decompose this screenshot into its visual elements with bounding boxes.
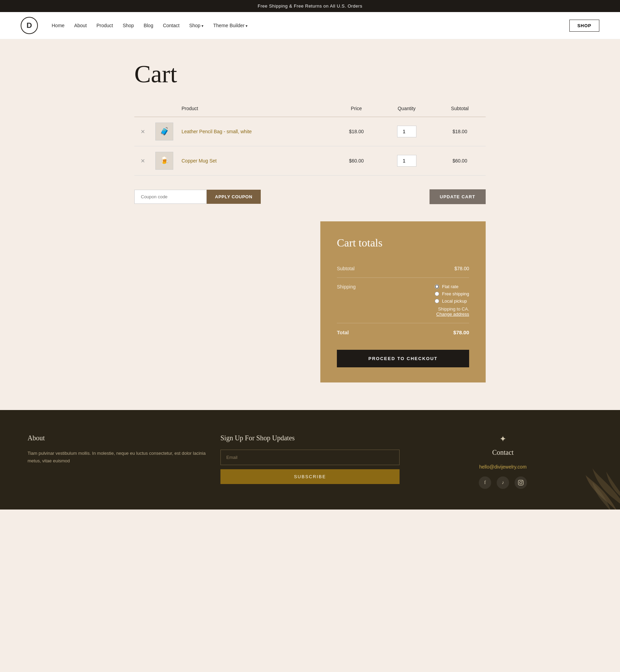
remove-item-button[interactable]: ✕ — [138, 128, 147, 135]
table-row: ✕ 🧳 Leather Pencil Bag - small, white $1… — [134, 117, 486, 146]
nav-home[interactable]: Home — [52, 23, 64, 28]
coupon-input[interactable] — [134, 190, 207, 204]
change-address-link[interactable]: Change address — [436, 312, 469, 317]
subscribe-button[interactable]: SUBSCRIBE — [220, 469, 400, 484]
subtotal-row: Subtotal $78.00 — [337, 260, 469, 278]
remove-item-button[interactable]: ✕ — [138, 158, 147, 164]
cart-table: Product Price Quantity Subtotal ✕ 🧳 Leat… — [134, 102, 486, 176]
product-subtotal: $60.00 — [434, 146, 486, 176]
quantity-input[interactable] — [397, 126, 416, 137]
shipping-row: Shipping Flat rate Free shipping — [337, 278, 469, 323]
coupon-area: APPLY COUPON — [134, 190, 261, 204]
cart-totals-box: Cart totals Subtotal $78.00 Shipping Fla… — [320, 221, 486, 382]
product-subtotal: $18.00 — [434, 117, 486, 146]
total-label: Total — [337, 329, 349, 335]
palm-decoration — [558, 448, 620, 510]
footer-newsletter: Sign Up For Shop Updates SUBSCRIBE — [220, 434, 400, 489]
product-price: $18.00 — [333, 117, 379, 146]
shipping-address: Shipping to CA. Change address — [435, 306, 469, 317]
quantity-cell — [379, 146, 434, 176]
col-image — [151, 102, 177, 117]
footer-email-input[interactable] — [220, 450, 400, 465]
product-thumbnail: 🧳 — [155, 123, 173, 140]
shipping-local[interactable]: Local pickup — [435, 298, 469, 304]
footer-newsletter-title: Sign Up For Shop Updates — [220, 434, 400, 442]
apply-coupon-button[interactable]: APPLY COUPON — [207, 190, 261, 204]
nav-shop-dropdown[interactable]: Shop — [189, 23, 204, 28]
shipping-local-radio[interactable] — [435, 299, 439, 303]
product-name: Copper Mug Set — [182, 158, 217, 164]
footer: About Tiam pulvinar vestibulum mollis. I… — [0, 410, 620, 510]
quantity-cell — [379, 117, 434, 146]
subtotal-value: $78.00 — [454, 266, 469, 271]
shipping-flat-rate[interactable]: Flat rate — [435, 284, 469, 289]
nav-blog[interactable]: Blog — [144, 23, 153, 28]
quantity-input[interactable] — [397, 155, 416, 167]
shipping-free-radio[interactable] — [435, 292, 439, 296]
instagram-icon[interactable] — [515, 476, 527, 489]
banner-text: Free Shipping & Free Returns on All U.S.… — [258, 3, 362, 9]
nav: Home About Product Shop Blog Contact Sho… — [52, 23, 569, 28]
diamond-icon: ✦ — [413, 434, 592, 444]
facebook-icon[interactable]: f — [479, 476, 491, 489]
cart-totals-title: Cart totals — [337, 237, 469, 249]
nav-shop[interactable]: Shop — [123, 23, 134, 28]
product-price: $60.00 — [333, 146, 379, 176]
footer-about-title: About — [28, 434, 207, 442]
nav-about[interactable]: About — [74, 23, 87, 28]
product-thumbnail: 🍺 — [155, 152, 173, 170]
header: D Home About Product Shop Blog Contact S… — [0, 12, 620, 39]
main-content: Cart Product Price Quantity Subtotal ✕ 🧳… — [121, 39, 499, 410]
nav-product[interactable]: Product — [96, 23, 113, 28]
footer-about: About Tiam pulvinar vestibulum mollis. I… — [28, 434, 207, 489]
proceed-checkout-button[interactable]: PROCEED TO CHECKOUT — [337, 350, 469, 367]
col-price-header: Price — [333, 102, 379, 117]
shipping-free[interactable]: Free shipping — [435, 291, 469, 296]
product-name: Leather Pencil Bag - small, white — [182, 129, 252, 134]
cart-totals-wrapper: Cart totals Subtotal $78.00 Shipping Fla… — [134, 221, 486, 382]
table-row: ✕ 🍺 Copper Mug Set $60.00 $60.00 — [134, 146, 486, 176]
footer-about-text: Tiam pulvinar vestibulum mollis. In mole… — [28, 450, 207, 465]
total-value: $78.00 — [453, 329, 469, 335]
shipping-options: Flat rate Free shipping Local pickup Shi… — [435, 284, 469, 317]
top-banner: Free Shipping & Free Returns on All U.S.… — [0, 0, 620, 12]
nav-theme-builder[interactable]: Theme Builder — [213, 23, 248, 28]
col-product-header: Product — [177, 102, 333, 117]
col-qty-header: Quantity — [379, 102, 434, 117]
total-row: Total $78.00 — [337, 323, 469, 342]
tiktok-icon[interactable]: ♪ — [497, 476, 509, 489]
logo[interactable]: D — [21, 17, 38, 34]
cart-actions: APPLY COUPON UPDATE CART — [134, 182, 486, 211]
col-subtotal-header: Subtotal — [434, 102, 486, 117]
shipping-label: Shipping — [337, 284, 356, 290]
subtotal-label: Subtotal — [337, 266, 354, 271]
col-remove — [134, 102, 151, 117]
shop-button[interactable]: SHOP — [569, 20, 599, 32]
shipping-flat-rate-radio[interactable] — [435, 284, 439, 289]
update-cart-button[interactable]: UPDATE CART — [430, 189, 486, 204]
nav-contact[interactable]: Contact — [163, 23, 179, 28]
cart-title: Cart — [134, 60, 486, 88]
